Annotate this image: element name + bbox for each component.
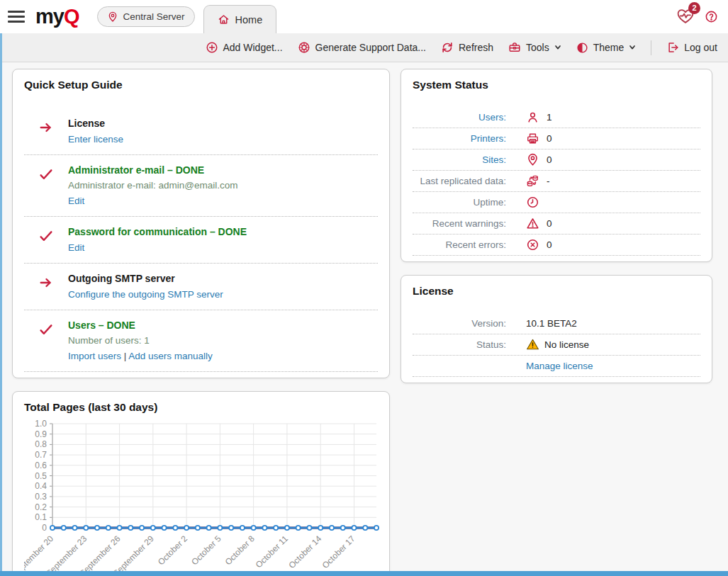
- svg-text:1.0: 1.0: [35, 419, 47, 429]
- svg-text:October 14: October 14: [286, 533, 323, 570]
- system-status-row: Users: 1: [413, 107, 700, 128]
- quick-setup-link[interactable]: Edit: [68, 242, 84, 253]
- plus-circle-icon: [206, 41, 218, 54]
- license-row-label: Status:: [413, 339, 506, 350]
- system-status-rows: Users: 1Printers: 0Sites: 0Last replicat…: [413, 107, 700, 256]
- quick-setup-link[interactable]: Import users: [68, 351, 121, 361]
- status-row-label: Last replicated data:: [413, 176, 506, 186]
- warning-icon: [526, 217, 539, 230]
- license-row-value: No license: [544, 339, 589, 350]
- logo-text-black: my: [35, 5, 64, 28]
- status-row-value: 0: [547, 154, 552, 165]
- svg-text:0.1: 0.1: [35, 512, 47, 522]
- theme-label: Theme: [593, 42, 625, 53]
- link-separator: |: [121, 351, 128, 361]
- system-health-button[interactable]: 2: [676, 7, 695, 27]
- tools-menu-button[interactable]: Tools: [508, 41, 561, 54]
- main-content: Quick Setup Guide License Enter license …: [0, 62, 728, 576]
- refresh-button[interactable]: Refresh: [441, 41, 493, 54]
- system-status-title: System Status: [413, 79, 700, 91]
- clock-icon: [526, 196, 539, 209]
- page-frame-bottom: [0, 571, 728, 576]
- log-out-label: Log out: [684, 42, 717, 53]
- arrow-right-icon: [38, 275, 54, 290]
- svg-text:October 2: October 2: [156, 533, 189, 567]
- generate-support-data-label: Generate Support Data...: [315, 42, 426, 53]
- license-row: Status: No license: [413, 334, 700, 356]
- total-pages-panel: Total Pages (last 30 days) 00.10.20.30.4…: [12, 391, 390, 576]
- quick-setup-guide-panel: Quick Setup Guide License Enter license …: [12, 69, 390, 378]
- logout-icon: [666, 41, 679, 54]
- action-toolbar: Add Widget... Generate Support Data... R…: [0, 33, 728, 62]
- generate-support-data-button[interactable]: Generate Support Data...: [298, 41, 426, 54]
- central-server-button[interactable]: Central Server: [97, 6, 194, 27]
- chevron-down-icon: [629, 44, 636, 51]
- home-icon: [218, 13, 230, 26]
- menu-hamburger-icon[interactable]: [8, 11, 25, 23]
- license-row: Manage license: [413, 356, 700, 377]
- quick-setup-item-title: Users – DONE: [68, 320, 378, 331]
- license-rows: Version: 10.1 BETA2Status: No license Ma…: [413, 313, 700, 377]
- add-widget-button[interactable]: Add Widget...: [206, 41, 283, 54]
- system-status-row: Printers: 0: [413, 128, 700, 149]
- license-row-value: 10.1 BETA2: [526, 318, 577, 329]
- replication-icon: [526, 174, 539, 188]
- warning-yellow-icon: [526, 338, 539, 351]
- check-icon: [38, 166, 54, 182]
- location-pin-icon: [107, 11, 118, 23]
- total-pages-chart: 00.10.20.30.40.50.60.70.80.91.0September…: [24, 418, 378, 576]
- svg-text:October 17: October 17: [320, 533, 357, 570]
- myq-logo: myQ: [35, 6, 79, 27]
- license-title: License: [413, 285, 700, 298]
- quick-setup-item: Password for communication – DONE Edit: [24, 217, 378, 264]
- license-row-label: Version:: [413, 318, 506, 329]
- svg-text:0.7: 0.7: [35, 450, 47, 460]
- tab-home[interactable]: Home: [203, 5, 277, 33]
- central-server-label: Central Server: [123, 11, 184, 22]
- svg-text:October 5: October 5: [189, 533, 223, 567]
- add-widget-label: Add Widget...: [223, 42, 283, 53]
- quick-setup-link[interactable]: Edit: [68, 196, 84, 206]
- quick-setup-link[interactable]: Add users manually: [128, 351, 213, 361]
- user-icon: [526, 111, 539, 124]
- status-row-label[interactable]: Users:: [413, 112, 506, 123]
- status-row-label[interactable]: Sites:: [413, 154, 506, 165]
- health-badge: 2: [688, 2, 700, 14]
- log-out-button[interactable]: Log out: [666, 41, 717, 54]
- system-status-row: Last replicated data: -: [413, 171, 700, 192]
- quick-setup-item-subtext: Administrator e-mail: admin@email.com: [68, 180, 378, 191]
- quick-setup-link[interactable]: Enter license: [68, 134, 123, 145]
- support-lifebuoy-icon: [298, 41, 310, 54]
- svg-text:0.3: 0.3: [35, 492, 47, 502]
- quick-setup-item-title: Outgoing SMTP server: [68, 273, 378, 284]
- status-row-label: Uptime:: [413, 197, 506, 208]
- status-row-label[interactable]: Printers:: [413, 133, 506, 144]
- status-row-value: 0: [547, 239, 552, 250]
- quick-setup-item: Users – DONE Number of users: 1 Import u…: [24, 310, 378, 372]
- status-row-label: Recent errors:: [413, 239, 506, 250]
- license-panel: License Version: 10.1 BETA2Status: No li…: [401, 275, 712, 383]
- chevron-down-icon: [554, 44, 561, 51]
- quick-setup-item: Administrator e-mail – DONE Administrato…: [24, 155, 378, 217]
- quick-setup-link[interactable]: Configure the outgoing SMTP server: [68, 289, 223, 300]
- quick-setup-guide-items: License Enter license Administrator e-ma…: [24, 108, 378, 372]
- logo-text-red: Q: [64, 5, 79, 28]
- svg-text:0.4: 0.4: [35, 481, 47, 491]
- refresh-label: Refresh: [459, 42, 493, 53]
- toolbox-icon: [508, 41, 521, 54]
- quick-setup-item-title: Password for communication – DONE: [68, 226, 378, 237]
- quick-setup-guide-title: Quick Setup Guide: [24, 79, 378, 91]
- license-row: Version: 10.1 BETA2: [413, 313, 700, 334]
- tools-label: Tools: [526, 42, 549, 53]
- status-row-value: -: [547, 176, 550, 186]
- refresh-icon: [441, 41, 454, 54]
- manage-license-link[interactable]: Manage license: [526, 361, 593, 371]
- arrow-right-icon: [38, 120, 54, 135]
- svg-text:0: 0: [42, 523, 47, 533]
- svg-text:0.6: 0.6: [35, 461, 47, 470]
- svg-text:0.5: 0.5: [35, 471, 47, 481]
- system-status-row: Recent warnings: 0: [413, 213, 700, 235]
- theme-menu-button[interactable]: Theme: [576, 42, 637, 54]
- quick-setup-item-title: License: [68, 118, 378, 129]
- help-icon[interactable]: [705, 10, 718, 23]
